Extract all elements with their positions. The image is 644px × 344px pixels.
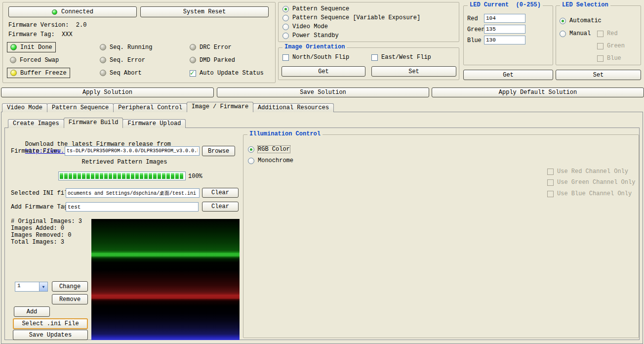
auto-update-status-checkbox[interactable]: Auto Update Status [190,69,264,78]
seq-error-label: Seq. Error [110,57,145,64]
orientation-get-button[interactable]: Get [282,66,365,77]
radio-label: Pattern Sequence [Variable Exposure] [292,14,420,21]
progress-fill [60,173,184,179]
checkbox-disabled-icon [547,179,554,186]
forced-swap-led-icon [10,57,16,63]
save-updates-button[interactable]: Save Updates [13,330,88,340]
firmware-tag-input[interactable] [66,202,199,212]
count-images-added: Images Added: 0 [11,225,64,232]
tab-firmware-build[interactable]: Firmware Build [64,118,123,128]
remove-button[interactable]: Remove [52,294,88,304]
radio-automatic[interactable]: Automatic [560,16,602,25]
east-west-flip-label: East/West Flip [381,54,431,61]
browse-button[interactable]: Browse [202,146,235,156]
application-window: Connected System Reset Firmware Version:… [0,0,644,344]
manual-label: Manual [569,30,591,37]
status-forced-swap: Forced Swap [7,55,62,65]
ini-clear-button[interactable]: Clear [202,188,239,198]
led-get-button[interactable]: Get [463,70,553,80]
seq-abort-label: Seq Abort [110,70,142,77]
checkbox-disabled-icon [547,191,554,197]
seq-running-label: Seq. Running [110,44,152,51]
tab-video-mode[interactable]: Video Mode [2,103,47,112]
radio-video-mode[interactable]: Video Mode [282,22,328,31]
select-blue-checkbox: Blue [597,54,621,63]
radio-rgb-color[interactable]: RGB Color [248,145,290,154]
firmware-file-input[interactable] [65,146,200,156]
firmware-version-label: Firmware Version: 2.0 [8,22,86,29]
image-index-select[interactable]: 1 ▼ [15,282,48,292]
led-current-title: LED Current (0-255) [468,1,543,8]
change-button[interactable]: Change [52,281,88,292]
radio-selected-icon [282,6,289,12]
tab-pattern-sequence[interactable]: Pattern Sequence [47,103,114,112]
led-green-input[interactable] [484,25,525,34]
status-init-done: Init Done [7,42,56,52]
tab-peripheral-control[interactable]: Peripheral Control [113,103,187,112]
use-blue-channel-label: Use Blue Channel Only [557,190,632,197]
rgb-color-label: RGB Color [258,146,290,153]
combo-dropdown-icon[interactable]: ▼ [39,282,47,291]
save-solution-button[interactable]: Save Solution [217,87,429,97]
radio-manual[interactable]: Manual [560,29,591,38]
tab-create-images[interactable]: Create Images [8,119,64,128]
radio-power-standby[interactable]: Power Standby [282,31,339,40]
select-red-label: Red [607,30,618,37]
led-red-input[interactable] [484,14,525,23]
selected-ini-input[interactable] [66,188,200,198]
radio-icon [282,15,289,21]
orientation-set-button[interactable]: Set [371,66,456,77]
radio-pattern-sequence-variable[interactable]: Pattern Sequence [Variable Exposure] [282,13,420,22]
radio-label: Video Mode [292,23,328,30]
checkbox-disabled-icon [597,43,604,49]
selected-ini-label: Selected INI file [11,190,71,197]
image-orientation-title: Image Orientation [282,43,347,50]
count-images-removed: Images Removed: 0 [11,232,71,239]
checkbox-checked-icon [190,70,196,77]
drc-error-label: DRC Error [200,44,232,51]
status-seq-error: Seq. Error [97,55,148,65]
add-button[interactable]: Add [14,306,50,317]
buffer-freeze-label: Buffer Freeze [20,70,67,77]
select-red-checkbox: Red [597,29,618,38]
count-original-images: # Original Images: 3 [11,218,82,225]
status-seq-abort: Seq Abort [97,68,145,78]
tab-additional-resources[interactable]: Additional Resources [253,103,334,112]
radio-icon [248,158,254,164]
north-south-flip-checkbox[interactable]: North/South Flip [282,53,349,62]
radio-icon [282,24,289,30]
status-dmd-parked: DMD Parked [187,55,238,65]
select-ini-file-button[interactable]: Select .ini File [13,318,88,329]
tab-firmware-upload[interactable]: Firmware Upload [122,119,186,128]
system-reset-button[interactable]: System Reset [140,6,269,17]
tab-image-firmware[interactable]: Image / Firmware [187,102,253,112]
led-blue-input[interactable] [484,36,525,44]
progress-percent-label: 100% [188,173,202,180]
sub-tabbar: Create Images Firmware Build Firmware Up… [8,118,185,128]
led-set-button[interactable]: Set [556,70,641,80]
main-tabbar: Video Mode Pattern Sequence Peripheral C… [2,102,333,112]
firmware-file-label: Firmware File: [11,148,61,155]
radio-pattern-sequence[interactable]: Pattern Sequence [282,4,349,13]
add-firmware-tag-label: Add Firmware Tag [11,204,68,211]
apply-default-solution-button[interactable]: Apply Default Solution [432,87,644,97]
checkbox-icon [371,54,378,61]
retrieved-pattern-images-label: Retrieved Pattern Images [11,159,238,166]
connected-button[interactable]: Connected [8,6,137,17]
radio-selected-icon [248,146,254,153]
led-red-label: Red [467,15,478,22]
checkbox-disabled-icon [547,169,554,175]
automatic-label: Automatic [569,17,602,24]
status-seq-running: Seq. Running [97,42,155,52]
forced-swap-label: Forced Swap [20,57,59,64]
image-index-value: 1 [15,282,39,291]
dmd-parked-label: DMD Parked [200,57,235,64]
radio-monochrome[interactable]: Monochrome [248,156,293,165]
east-west-flip-checkbox[interactable]: East/West Flip [371,53,431,62]
connected-label: Connected [61,8,93,15]
apply-solution-button[interactable]: Apply Solution [1,87,214,97]
use-blue-channel-checkbox: Use Blue Channel Only [547,189,632,198]
init-done-led-icon [10,44,17,50]
firmware-progress-bar [58,172,186,180]
tag-clear-button[interactable]: Clear [202,202,239,212]
